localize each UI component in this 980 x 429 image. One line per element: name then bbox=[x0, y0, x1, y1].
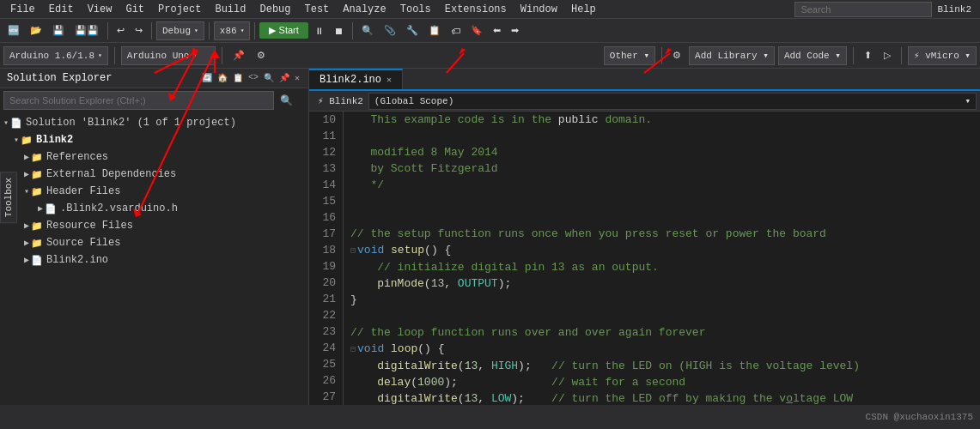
separator10 bbox=[901, 47, 902, 64]
solution-expand[interactable]: ▾ bbox=[3, 118, 9, 128]
resource-files-icon: 📁 bbox=[31, 221, 43, 232]
menu-window[interactable]: Window bbox=[514, 2, 564, 17]
se-source-files-item[interactable]: ▶ 📁 Source Files bbox=[0, 234, 308, 251]
tab-bar: Blink2.ino ✕ bbox=[309, 69, 980, 91]
toolbar-btn8[interactable]: 🔧 bbox=[402, 22, 423, 39]
separator6 bbox=[114, 47, 115, 64]
se-sync-icon[interactable]: 🔄 bbox=[200, 72, 214, 84]
menu-view[interactable]: View bbox=[81, 2, 119, 17]
blink2-ino-expand[interactable]: ▶ bbox=[24, 255, 29, 265]
start-button[interactable]: ▶ Start bbox=[259, 22, 307, 39]
menu-analyze[interactable]: Analyze bbox=[336, 2, 393, 17]
se-blink2-ino-item[interactable]: ▶ 📄 Blink2.ino bbox=[0, 251, 308, 269]
upload2-button[interactable]: ▷ bbox=[880, 47, 895, 63]
toolbar-btn10[interactable]: 🏷 bbox=[447, 23, 465, 39]
search-input[interactable] bbox=[794, 2, 932, 17]
se-ext-deps-item[interactable]: ▶ 📁 External Dependencies bbox=[0, 166, 308, 183]
toolbar-btn9[interactable]: 📋 bbox=[424, 22, 445, 39]
toolbar-btn12[interactable]: ➡ bbox=[507, 22, 523, 39]
se-vsarduino-item[interactable]: ▶ 📄 .Blink2.vsarduino.h bbox=[0, 200, 308, 217]
se-search-icon: 🔍 bbox=[280, 95, 293, 107]
se-filter-icon[interactable]: 🔍 bbox=[262, 72, 276, 84]
references-expand[interactable]: ▶ bbox=[24, 152, 29, 162]
se-header-files-item[interactable]: ▾ 📁 Header Files bbox=[0, 183, 308, 200]
upload-button[interactable]: ⬆ bbox=[860, 47, 876, 63]
toolbar-save[interactable]: 💾 bbox=[48, 22, 69, 39]
board-dropdown[interactable]: Arduino Uno ▾ bbox=[121, 46, 216, 65]
add-code-dropdown[interactable]: Add Code ▾ bbox=[778, 46, 847, 65]
scope-arrow: ▾ bbox=[965, 95, 971, 106]
pause-button[interactable]: ⏸ bbox=[310, 23, 328, 39]
se-resource-files-item[interactable]: ▶ 📁 Resource Files bbox=[0, 217, 308, 234]
add-library-dropdown[interactable]: Add Library ▾ bbox=[689, 46, 775, 65]
se-title: Solution Explorer bbox=[7, 72, 112, 84]
platform-dropdown-arrow: ▾ bbox=[240, 27, 245, 34]
stop-button[interactable]: ⏹ bbox=[330, 23, 348, 39]
se-header: Solution Explorer 🔄 🏠 📋 <> 🔍 📌 ✕ bbox=[0, 69, 308, 88]
resource-files-expand[interactable]: ▶ bbox=[24, 221, 29, 231]
se-references-item[interactable]: ▶ 📁 References bbox=[0, 148, 308, 166]
debug-config-dropdown[interactable]: Debug ▾ bbox=[156, 21, 204, 40]
blink2-expand[interactable]: ▾ bbox=[14, 135, 19, 145]
other-dropdown[interactable]: Other ▾ bbox=[604, 46, 655, 65]
menu-git[interactable]: Git bbox=[119, 2, 151, 17]
menu-help[interactable]: Help bbox=[564, 2, 603, 17]
toolbar-open[interactable]: 📂 bbox=[26, 22, 46, 39]
separator7 bbox=[222, 47, 222, 64]
menu-extensions[interactable]: Extensions bbox=[438, 2, 514, 17]
se-view-icon[interactable]: <> bbox=[247, 72, 260, 84]
header-files-expand[interactable]: ▾ bbox=[24, 186, 29, 196]
separator4 bbox=[254, 22, 255, 39]
line-numbers: 1011121314 1516171819 2021222324 2526272… bbox=[309, 112, 344, 405]
se-pin-icon[interactable]: 📌 bbox=[277, 72, 291, 84]
se-props-icon[interactable]: 📋 bbox=[231, 72, 245, 84]
solution-explorer: Solution Explorer 🔄 🏠 📋 <> 🔍 📌 ✕ 🔍 bbox=[0, 69, 309, 405]
tab-blink2-ino-close[interactable]: ✕ bbox=[387, 75, 392, 85]
arduino-version-dropdown[interactable]: Arduino 1.6/1.8 ▾ bbox=[3, 46, 108, 65]
se-solution-item[interactable]: ▾ 📄 Solution 'Blink2' (1 of 1 project) bbox=[0, 114, 308, 131]
toolbar-new[interactable]: 🆕 bbox=[3, 22, 24, 39]
platform-dropdown[interactable]: x86 ▾ bbox=[214, 21, 251, 40]
menu-build[interactable]: Build bbox=[208, 2, 253, 17]
toolbar-settings[interactable]: ⚙ bbox=[253, 47, 270, 63]
se-blink2-item[interactable]: ▾ 📁 Blink2 bbox=[0, 131, 308, 148]
toolbar-btn11[interactable]: ⬅ bbox=[489, 22, 505, 39]
se-close-icon[interactable]: ✕ bbox=[293, 72, 301, 84]
toolbar-pin-btn[interactable]: 📌 bbox=[228, 47, 249, 63]
toolbar-save-all[interactable]: 💾💾 bbox=[70, 22, 103, 39]
toolbar-bookmark[interactable]: 🔖 bbox=[466, 22, 487, 39]
source-files-expand[interactable]: ▶ bbox=[24, 238, 29, 248]
toolbox-tab[interactable]: Toolbox bbox=[0, 172, 17, 223]
menu-debug[interactable]: Debug bbox=[253, 2, 297, 17]
header-files-label: Header Files bbox=[46, 185, 120, 197]
ext-deps-expand[interactable]: ▶ bbox=[24, 169, 29, 179]
menu-tools[interactable]: Tools bbox=[393, 2, 438, 17]
code-content[interactable]: This example code is in the public domai… bbox=[344, 112, 980, 405]
toolbar-btn7[interactable]: 📎 bbox=[380, 22, 400, 39]
vsarduino-expand[interactable]: ▶ bbox=[38, 203, 43, 214]
main-layout: Toolbox Solution Explorer 🔄 🏠 📋 <> 🔍 📌 ✕… bbox=[0, 69, 980, 405]
scope-label: (Global Scope) bbox=[374, 96, 453, 106]
toolbar-redo[interactable]: ↪ bbox=[131, 22, 147, 39]
editor-secondary-toolbar: ⚡ Blink2 (Global Scope) ▾ bbox=[309, 91, 980, 112]
toolbar-undo[interactable]: ↩ bbox=[113, 22, 129, 39]
debug-dropdown-arrow: ▾ bbox=[194, 27, 198, 34]
menu-bar: File Edit View Git Project Build Debug T… bbox=[0, 0, 980, 19]
menu-project[interactable]: Project bbox=[151, 2, 208, 17]
toolbar-settings2[interactable]: ⚙ bbox=[668, 47, 685, 63]
se-header-icons: 🔄 🏠 📋 <> 🔍 📌 ✕ bbox=[200, 72, 301, 84]
board-dropdown-arrow: ▾ bbox=[192, 51, 197, 59]
menu-test[interactable]: Test bbox=[298, 2, 337, 17]
tab-blink2-ino[interactable]: Blink2.ino ✕ bbox=[309, 69, 403, 89]
menu-edit[interactable]: Edit bbox=[42, 2, 81, 17]
se-home-icon[interactable]: 🏠 bbox=[216, 72, 229, 84]
toolbar-btn6[interactable]: 🔍 bbox=[357, 22, 378, 39]
scope-dropdown[interactable]: (Global Scope) ▾ bbox=[368, 93, 977, 110]
menu-file[interactable]: File bbox=[3, 2, 42, 17]
separator8 bbox=[661, 47, 662, 64]
se-search-input[interactable] bbox=[3, 91, 274, 110]
header-files-icon: 📁 bbox=[31, 186, 43, 197]
vmicro-dropdown[interactable]: ⚡ vMicro ▾ bbox=[908, 46, 977, 65]
code-editor[interactable]: 1011121314 1516171819 2021222324 2526272… bbox=[309, 112, 980, 405]
se-tree: ▾ 📄 Solution 'Blink2' (1 of 1 project) ▾… bbox=[0, 112, 308, 405]
